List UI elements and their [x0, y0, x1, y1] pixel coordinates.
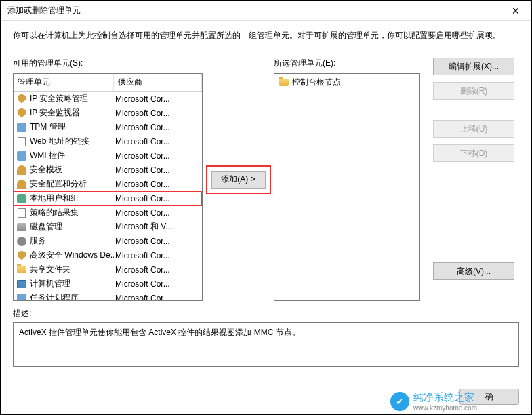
- gear-icon: [16, 236, 27, 247]
- list-item-vendor: Microsoft Cor...: [114, 165, 199, 175]
- col-header-name[interactable]: 管理单元: [14, 74, 114, 91]
- key-icon: [16, 165, 27, 176]
- tree-root-label: 控制台根节点: [292, 77, 341, 88]
- list-item-name: 共享文件夹: [30, 264, 70, 275]
- edit-extensions-button[interactable]: 编辑扩展(X)...: [433, 58, 514, 75]
- list-item[interactable]: WMI 控件Microsoft Cor...: [14, 149, 202, 163]
- description-box: ActiveX 控件管理单元使你能用包含 ActiveX 控件的结果视图添加 M…: [13, 322, 519, 367]
- list-item[interactable]: 共享文件夹Microsoft Cor...: [14, 262, 202, 277]
- list-item[interactable]: 策略的结果集Microsoft Cor...: [14, 205, 202, 220]
- list-item[interactable]: 安全配置和分析Microsoft Cor...: [14, 177, 202, 191]
- watermark-url: www.kzmyhome.com: [413, 404, 477, 412]
- list-item-name: 安全配置和分析: [30, 178, 87, 190]
- list-item-name: IP 安全策略管理: [30, 93, 88, 104]
- list-item-vendor: Microsoft Cor...: [114, 279, 199, 289]
- close-icon: ✕: [512, 5, 520, 16]
- list-item-vendor: Microsoft Cor...: [114, 137, 199, 146]
- content-area: 你可以在计算机上为此控制台选择可用的管理单元并配置所选的一组管理单元。对于可扩展…: [1, 21, 531, 367]
- add-button-highlight: 添加(A) >: [211, 171, 266, 189]
- list-item-name: 安全模板: [30, 164, 62, 176]
- list-item-vendor: Microsoft Cor...: [114, 151, 199, 161]
- list-item-vendor: Microsoft Cor...: [114, 294, 199, 302]
- list-item-name: 策略的结果集: [30, 207, 79, 218]
- available-label: 可用的管理单元(S):: [13, 58, 203, 69]
- shield-icon: [16, 108, 27, 119]
- available-list-header: 管理单元 供应商: [14, 74, 202, 92]
- disk-icon: [16, 222, 27, 233]
- folder-icon: [16, 264, 27, 275]
- columns: 可用的管理单元(S): 管理单元 供应商 IP 安全策略管理Microsoft …: [13, 58, 519, 301]
- action-buttons-column: 编辑扩展(X)... 删除(R) 上移(U) 下移(D) 高级(V)...: [420, 58, 519, 301]
- list-item-name: IP 安全监视器: [30, 107, 80, 119]
- list-item[interactable]: 服务Microsoft Cor...: [14, 234, 202, 248]
- list-item-vendor: Microsoft Cor...: [114, 194, 199, 203]
- generic-icon: [16, 122, 27, 133]
- description-label: 描述:: [13, 308, 519, 319]
- folder-icon: [279, 77, 289, 88]
- list-item[interactable]: 本地用户和组Microsoft Cor...: [14, 191, 202, 205]
- description-section: 描述: ActiveX 控件管理单元使你能用包含 ActiveX 控件的结果视图…: [13, 308, 519, 367]
- list-item[interactable]: IP 安全策略管理Microsoft Cor...: [14, 92, 202, 106]
- list-item[interactable]: TPM 管理Microsoft Cor...: [14, 120, 202, 134]
- computer-icon: [16, 279, 27, 290]
- titlebar: 添加或删除管理单元 ✕: [1, 1, 531, 21]
- list-item-vendor: Microsoft Cor...: [114, 251, 199, 260]
- available-listbox[interactable]: 管理单元 供应商 IP 安全策略管理Microsoft Cor...IP 安全监…: [13, 73, 203, 301]
- advanced-button[interactable]: 高级(V)...: [433, 262, 514, 280]
- list-item[interactable]: 计算机管理Microsoft Cor...: [14, 277, 202, 291]
- list-item-vendor: Microsoft Cor...: [114, 94, 199, 104]
- add-button[interactable]: 添加(A) >: [211, 171, 266, 189]
- list-item-name: WMI 控件: [30, 150, 65, 161]
- list-item-vendor: Microsoft Cor...: [114, 108, 199, 118]
- watermark-icon: ✓: [390, 392, 409, 411]
- tree-root-item[interactable]: 控制台根节点: [276, 75, 417, 90]
- ok-button[interactable]: 确: [459, 389, 519, 405]
- list-item-name: 服务: [30, 235, 46, 247]
- generic-icon: [16, 151, 27, 161]
- middle-column: 添加(A) >: [203, 58, 274, 301]
- selected-column: 所选管理单元(E): 控制台根节点: [274, 58, 420, 301]
- window-title: 添加或删除管理单元: [7, 5, 81, 16]
- shield-icon: [16, 250, 27, 261]
- list-item-name: Web 地址的链接: [30, 136, 89, 147]
- list-item-vendor: Microsoft Cor...: [114, 237, 199, 246]
- list-item-vendor: Microsoft Cor...: [114, 180, 199, 189]
- col-header-vendor[interactable]: 供应商: [114, 74, 202, 91]
- list-item-name: 本地用户和组: [30, 193, 79, 204]
- list-item[interactable]: 任务计划程序Microsoft Cor...: [14, 291, 202, 301]
- list-item-vendor: Microsoft 和 V...: [114, 221, 199, 233]
- dialog-window: 添加或删除管理单元 ✕ 你可以在计算机上为此控制台选择可用的管理单元并配置所选的…: [0, 0, 532, 415]
- people-icon: [16, 193, 27, 204]
- key-icon: [16, 179, 27, 190]
- list-item[interactable]: 高级安全 Windows De...Microsoft Cor...: [14, 248, 202, 262]
- list-item[interactable]: 磁盘管理Microsoft 和 V...: [14, 220, 202, 234]
- list-item-vendor: Microsoft Cor...: [114, 208, 199, 218]
- list-item-name: 计算机管理: [30, 278, 70, 290]
- shield-icon: [16, 94, 27, 104]
- doc-icon: [16, 208, 27, 218]
- doc-icon: [16, 136, 27, 147]
- list-item-name: 磁盘管理: [30, 221, 62, 233]
- remove-button[interactable]: 删除(R): [433, 82, 514, 100]
- description-text: ActiveX 控件管理单元使你能用包含 ActiveX 控件的结果视图添加 M…: [19, 328, 300, 337]
- selected-label: 所选管理单元(E):: [274, 58, 420, 69]
- list-item-name: TPM 管理: [30, 121, 66, 133]
- move-down-button[interactable]: 下移(D): [433, 144, 514, 162]
- move-up-button[interactable]: 上移(U): [433, 120, 514, 138]
- footer: 确: [459, 389, 519, 405]
- list-item-vendor: Microsoft Cor...: [114, 265, 199, 275]
- generic-icon: [16, 293, 27, 302]
- list-item-vendor: Microsoft Cor...: [114, 123, 199, 132]
- list-item-name: 任务计划程序: [30, 292, 79, 301]
- intro-text: 你可以在计算机上为此控制台选择可用的管理单元并配置所选的一组管理单元。对于可扩展…: [13, 29, 519, 41]
- close-button[interactable]: ✕: [500, 1, 531, 21]
- available-column: 可用的管理单元(S): 管理单元 供应商 IP 安全策略管理Microsoft …: [13, 58, 203, 301]
- list-item-name: 高级安全 Windows De...: [30, 250, 114, 261]
- list-item[interactable]: 安全模板Microsoft Cor...: [14, 163, 202, 177]
- list-item[interactable]: IP 安全监视器Microsoft Cor...: [14, 106, 202, 120]
- list-item[interactable]: Web 地址的链接Microsoft Cor...: [14, 134, 202, 149]
- selected-treebox[interactable]: 控制台根节点: [274, 73, 420, 301]
